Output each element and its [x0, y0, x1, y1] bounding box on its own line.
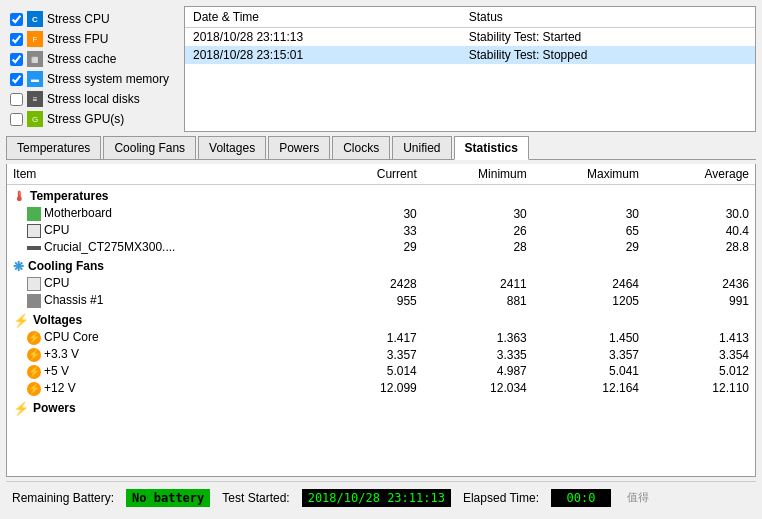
stress-item-disks: ≡ Stress local disks — [10, 90, 172, 108]
table-row[interactable]: Crucial_CT275MX300.... 29 28 29 28.8 — [7, 239, 755, 255]
bottom-bar: Remaining Battery: No battery Test Start… — [6, 481, 756, 513]
stress-memory-checkbox[interactable] — [10, 73, 23, 86]
row-average: 5.012 — [645, 363, 755, 380]
memory-icon: ▬ — [27, 71, 43, 87]
remaining-battery-value: No battery — [126, 489, 210, 507]
log-table: Date & Time Status 2018/10/28 23:11:13 S… — [185, 7, 755, 64]
row-current: 12.099 — [313, 380, 423, 397]
row-current: 3.357 — [313, 346, 423, 363]
stress-fpu-checkbox[interactable] — [10, 33, 23, 46]
tab-powers[interactable]: Powers — [268, 136, 330, 159]
row-current: 2428 — [313, 275, 423, 292]
col-maximum: Maximum — [533, 164, 645, 185]
row-average: 1.413 — [645, 329, 755, 346]
log-panel: Date & Time Status 2018/10/28 23:11:13 S… — [184, 6, 756, 132]
stress-item-fpu: F Stress FPU — [10, 30, 172, 48]
stress-disks-label: Stress local disks — [47, 92, 140, 106]
row-label: ⚡+3.3 V — [7, 346, 313, 363]
stress-memory-label: Stress system memory — [47, 72, 169, 86]
row-label: ⚡+12 V — [7, 380, 313, 397]
row-minimum: 26 — [423, 222, 533, 239]
gpu-icon: G — [27, 111, 43, 127]
col-average: Average — [645, 164, 755, 185]
cache-icon: ▦ — [27, 51, 43, 67]
table-row[interactable]: CPU 2428 2411 2464 2436 — [7, 275, 755, 292]
stress-cache-label: Stress cache — [47, 52, 116, 66]
row-maximum: 12.164 — [533, 380, 645, 397]
elapsed-time-label: Elapsed Time: — [463, 491, 539, 505]
log-datetime: 2018/10/28 23:11:13 — [185, 28, 461, 47]
stress-cache-checkbox[interactable] — [10, 53, 23, 66]
stress-item-cache: ▦ Stress cache — [10, 50, 172, 68]
stress-panel: C Stress CPU F Stress FPU ▦ Stress cache… — [6, 6, 176, 132]
row-maximum: 2464 — [533, 275, 645, 292]
group-header: ⚡Powers — [7, 397, 755, 417]
stress-gpu-checkbox[interactable] — [10, 113, 23, 126]
log-row[interactable]: 2018/10/28 23:15:01 Stability Test: Stop… — [185, 46, 755, 64]
row-label: CPU — [7, 222, 313, 239]
row-current: 1.417 — [313, 329, 423, 346]
log-row[interactable]: 2018/10/28 23:11:13 Stability Test: Star… — [185, 28, 755, 47]
stress-disks-checkbox[interactable] — [10, 93, 23, 106]
table-row[interactable]: ⚡+12 V 12.099 12.034 12.164 12.110 — [7, 380, 755, 397]
group-header: ⚡Voltages — [7, 309, 755, 329]
row-label: Motherboard — [7, 205, 313, 222]
tab-cooling-fans[interactable]: Cooling Fans — [103, 136, 196, 159]
top-section: C Stress CPU F Stress FPU ▦ Stress cache… — [6, 6, 756, 132]
row-maximum: 30 — [533, 205, 645, 222]
stress-gpu-label: Stress GPU(s) — [47, 112, 124, 126]
group-header: 🌡Temperatures — [7, 185, 755, 206]
row-maximum: 29 — [533, 239, 645, 255]
elapsed-time-value: 00:0 — [551, 489, 611, 507]
table-row[interactable]: ⚡+5 V 5.014 4.987 5.041 5.012 — [7, 363, 755, 380]
row-minimum: 2411 — [423, 275, 533, 292]
table-row[interactable]: CPU 33 26 65 40.4 — [7, 222, 755, 239]
log-header-datetime: Date & Time — [185, 7, 461, 28]
test-started-label: Test Started: — [222, 491, 289, 505]
stress-item-cpu: C Stress CPU — [10, 10, 172, 28]
stress-cpu-label: Stress CPU — [47, 12, 110, 26]
tab-statistics[interactable]: Statistics — [454, 136, 529, 160]
disk-icon: ≡ — [27, 91, 43, 107]
log-status: Stability Test: Stopped — [461, 46, 755, 64]
tab-temperatures[interactable]: Temperatures — [6, 136, 101, 159]
row-current: 33 — [313, 222, 423, 239]
tab-clocks[interactable]: Clocks — [332, 136, 390, 159]
row-minimum: 1.363 — [423, 329, 533, 346]
test-started-value: 2018/10/28 23:11:13 — [302, 489, 451, 507]
tab-unified[interactable]: Unified — [392, 136, 451, 159]
row-maximum: 1.450 — [533, 329, 645, 346]
data-table-wrapper[interactable]: Item Current Minimum Maximum Average 🌡Te… — [7, 164, 755, 476]
row-average: 28.8 — [645, 239, 755, 255]
stress-item-gpu: G Stress GPU(s) — [10, 110, 172, 128]
extra-text: 值得 — [627, 490, 649, 505]
row-current: 30 — [313, 205, 423, 222]
row-average: 3.354 — [645, 346, 755, 363]
col-current: Current — [313, 164, 423, 185]
row-label: Crucial_CT275MX300.... — [7, 239, 313, 255]
tab-bar: TemperaturesCooling FansVoltagesPowersCl… — [6, 136, 756, 160]
row-average: 991 — [645, 292, 755, 309]
row-minimum: 881 — [423, 292, 533, 309]
table-row[interactable]: Motherboard 30 30 30 30.0 — [7, 205, 755, 222]
table-row[interactable]: ⚡+3.3 V 3.357 3.335 3.357 3.354 — [7, 346, 755, 363]
row-label: ⚡+5 V — [7, 363, 313, 380]
table-row[interactable]: Chassis #1 955 881 1205 991 — [7, 292, 755, 309]
row-maximum: 65 — [533, 222, 645, 239]
table-row[interactable]: ⚡CPU Core 1.417 1.363 1.450 1.413 — [7, 329, 755, 346]
data-panel: Item Current Minimum Maximum Average 🌡Te… — [6, 164, 756, 477]
row-current: 955 — [313, 292, 423, 309]
stress-fpu-label: Stress FPU — [47, 32, 108, 46]
row-label: ⚡CPU Core — [7, 329, 313, 346]
col-item: Item — [7, 164, 313, 185]
row-average: 30.0 — [645, 205, 755, 222]
row-average: 40.4 — [645, 222, 755, 239]
row-minimum: 30 — [423, 205, 533, 222]
stress-cpu-checkbox[interactable] — [10, 13, 23, 26]
row-current: 29 — [313, 239, 423, 255]
group-header: ❋Cooling Fans — [7, 255, 755, 275]
row-current: 5.014 — [313, 363, 423, 380]
tab-voltages[interactable]: Voltages — [198, 136, 266, 159]
row-minimum: 4.987 — [423, 363, 533, 380]
row-minimum: 28 — [423, 239, 533, 255]
